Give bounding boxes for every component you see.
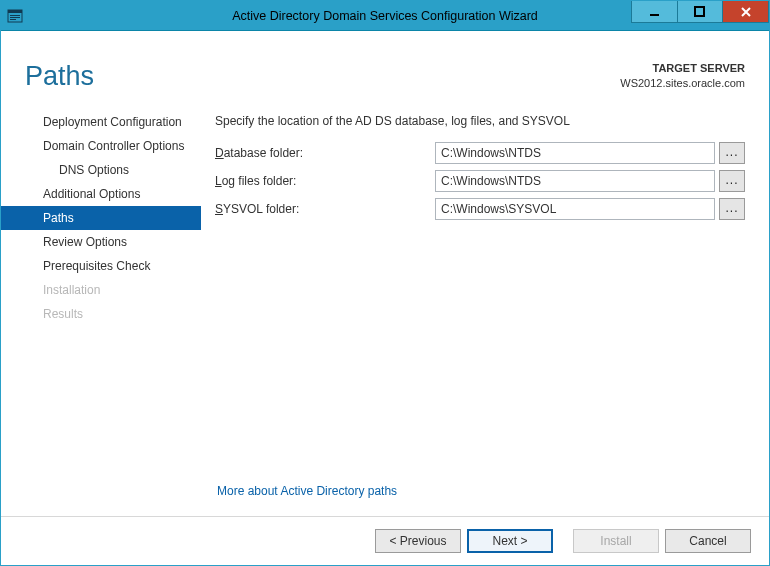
nav-deployment-configuration[interactable]: Deployment Configuration [1, 110, 201, 134]
wizard-body: Paths TARGET SERVER WS2012.sites.oracle.… [1, 31, 769, 565]
target-server-value: WS2012.sites.oracle.com [620, 76, 745, 91]
header-row: Paths TARGET SERVER WS2012.sites.oracle.… [1, 31, 769, 100]
row-log-files-folder: Log files folder: ... [215, 170, 745, 192]
sidebar: Deployment Configuration Domain Controll… [1, 100, 201, 516]
svg-rect-6 [695, 7, 704, 16]
input-log-files-folder[interactable] [435, 170, 715, 192]
nav-dns-options[interactable]: DNS Options [1, 158, 201, 182]
maximize-button[interactable] [677, 1, 723, 23]
more-about-paths-link[interactable]: More about Active Directory paths [215, 476, 745, 516]
nav-installation: Installation [1, 278, 201, 302]
target-server-label: TARGET SERVER [620, 61, 745, 76]
input-sysvol-folder[interactable] [435, 198, 715, 220]
previous-button[interactable]: < Previous [375, 529, 461, 553]
browse-database-folder[interactable]: ... [719, 142, 745, 164]
spacer [215, 226, 745, 476]
row-sysvol-folder: SYSVOL folder: ... [215, 198, 745, 220]
content-area: Deployment Configuration Domain Controll… [1, 100, 769, 516]
main-panel: Specify the location of the AD DS databa… [201, 100, 759, 516]
svg-rect-1 [8, 10, 22, 13]
row-database-folder: Database folder: ... [215, 142, 745, 164]
browse-log-files-folder[interactable]: ... [719, 170, 745, 192]
browse-sysvol-folder[interactable]: ... [719, 198, 745, 220]
footer: < Previous Next > Install Cancel [1, 516, 769, 565]
system-menu-icon[interactable] [1, 1, 29, 30]
nav-paths[interactable]: Paths [1, 206, 201, 230]
titlebar: Active Directory Domain Services Configu… [1, 1, 769, 31]
svg-rect-2 [10, 15, 20, 16]
wizard-window: Active Directory Domain Services Configu… [0, 0, 770, 566]
svg-rect-3 [10, 17, 20, 18]
caption-buttons [631, 1, 769, 30]
nav-prerequisites-check[interactable]: Prerequisites Check [1, 254, 201, 278]
svg-rect-4 [10, 19, 16, 20]
instruction-text: Specify the location of the AD DS databa… [215, 114, 745, 128]
cancel-button[interactable]: Cancel [665, 529, 751, 553]
input-database-folder[interactable] [435, 142, 715, 164]
target-server-block: TARGET SERVER WS2012.sites.oracle.com [620, 61, 745, 92]
close-button[interactable] [723, 1, 769, 23]
label-database-folder: Database folder: [215, 146, 435, 160]
label-sysvol-folder: SYSVOL folder: [215, 202, 435, 216]
next-button[interactable]: Next > [467, 529, 553, 553]
svg-rect-5 [650, 14, 659, 16]
nav-results: Results [1, 302, 201, 326]
page-title: Paths [25, 61, 94, 92]
nav-additional-options[interactable]: Additional Options [1, 182, 201, 206]
install-button: Install [573, 529, 659, 553]
label-log-files-folder: Log files folder: [215, 174, 435, 188]
nav-domain-controller-options[interactable]: Domain Controller Options [1, 134, 201, 158]
minimize-button[interactable] [631, 1, 677, 23]
nav-review-options[interactable]: Review Options [1, 230, 201, 254]
